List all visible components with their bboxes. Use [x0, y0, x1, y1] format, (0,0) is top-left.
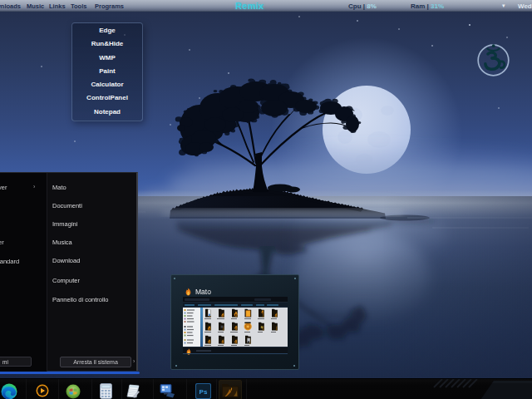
svg-text:Ps: Ps [200, 388, 208, 396]
